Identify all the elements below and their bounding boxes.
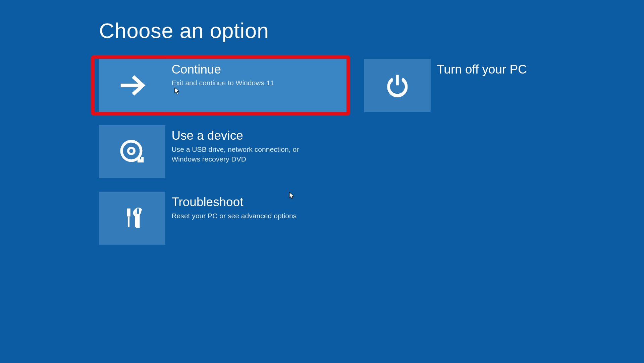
svg-rect-6 [128, 217, 129, 227]
option-continue[interactable]: Continue Exit and continue to Windows 11 [99, 59, 346, 112]
option-description: Reset your PC or see advanced options [171, 211, 297, 221]
page-title: Choose an option [99, 18, 644, 43]
svg-rect-9 [136, 215, 140, 228]
disc-icon [99, 125, 165, 178]
svg-rect-8 [137, 209, 139, 214]
svg-rect-4 [140, 157, 141, 160]
option-title: Use a device [171, 129, 326, 143]
svg-point-2 [128, 148, 134, 154]
option-title: Turn off your PC [437, 62, 527, 77]
svg-rect-5 [127, 209, 130, 217]
options-columns: Continue Exit and continue to Windows 11 [99, 59, 644, 258]
arrow-right-icon [99, 59, 165, 112]
option-text: Turn off your PC [431, 59, 536, 78]
option-troubleshoot[interactable]: Troubleshoot Reset your PC or see advanc… [99, 192, 346, 245]
options-column-left: Continue Exit and continue to Windows 11 [99, 59, 346, 258]
option-turn-off[interactable]: Turn off your PC [364, 59, 612, 112]
options-column-right: Turn off your PC [364, 59, 612, 258]
option-title: Troubleshoot [171, 195, 297, 209]
winre-choose-option-screen: Choose an option Continue Exit and conti… [0, 0, 644, 258]
option-description: Exit and continue to Windows 11 [171, 78, 274, 88]
option-text: Troubleshoot Reset your PC or see advanc… [165, 192, 306, 221]
tools-icon [99, 192, 165, 245]
option-text: Use a device Use a USB drive, network co… [165, 125, 335, 164]
option-use-a-device[interactable]: Use a device Use a USB drive, network co… [99, 125, 346, 178]
power-icon [364, 59, 431, 112]
option-title: Continue [171, 62, 274, 77]
option-text: Continue Exit and continue to Windows 11 [165, 59, 283, 88]
option-description: Use a USB drive, network connection, or … [171, 145, 326, 164]
